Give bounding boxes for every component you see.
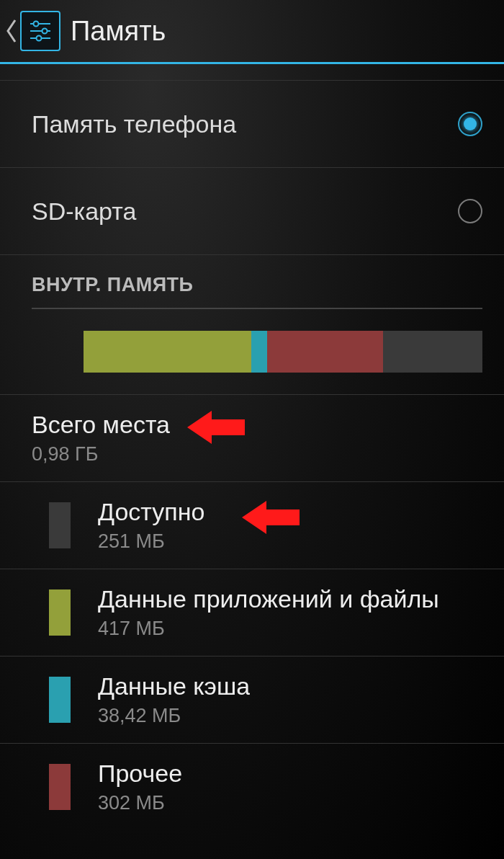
- item-subtitle: 417 МБ: [98, 618, 439, 640]
- chevron-left-icon: [6, 19, 17, 43]
- bar-segment-cache: [251, 331, 267, 373]
- item-title: Прочее: [98, 760, 182, 788]
- item-subtitle: 0,98 ГБ: [32, 443, 482, 466]
- radio-unselected: [458, 199, 482, 223]
- item-title: Данные кэша: [98, 672, 250, 700]
- bar-segment-free: [383, 331, 483, 373]
- annotation-arrow-icon: [242, 498, 300, 537]
- item-title: Данные приложений и файлы: [98, 585, 439, 613]
- color-swatch-free: [49, 502, 71, 548]
- item-title: Всего места: [32, 411, 482, 439]
- settings-icon[interactable]: [20, 11, 60, 51]
- section-header-internal: ВНУТР. ПАМЯТЬ: [0, 255, 504, 308]
- option-label: Память телефона: [32, 110, 236, 138]
- option-phone-storage[interactable]: Память телефона: [0, 81, 504, 167]
- row-total-space[interactable]: Всего места 0,98 ГБ: [0, 395, 504, 481]
- content: Память телефона SD-карта ВНУТР. ПАМЯТЬ В…: [0, 64, 504, 830]
- bar-segment-apps: [84, 331, 251, 373]
- bar-segment-other: [267, 331, 383, 373]
- svg-point-5: [37, 36, 42, 41]
- color-swatch-apps: [49, 589, 71, 636]
- truncated-row: [0, 64, 504, 80]
- svg-point-1: [34, 22, 39, 27]
- item-subtitle: 38,42 МБ: [98, 705, 250, 727]
- row-other-data[interactable]: Прочее 302 МБ: [0, 744, 504, 830]
- back-button[interactable]: [4, 17, 19, 45]
- radio-selected: [458, 112, 482, 136]
- row-available[interactable]: Доступно 251 МБ: [0, 482, 504, 569]
- item-subtitle: 302 МБ: [98, 792, 182, 814]
- option-label: SD-карта: [32, 197, 136, 226]
- row-apps-data[interactable]: Данные приложений и файлы 417 МБ: [0, 569, 504, 656]
- item-title: Доступно: [98, 498, 204, 526]
- storage-usage-bar: [84, 331, 482, 373]
- page-title: Память: [71, 16, 166, 47]
- row-cache-data[interactable]: Данные кэша 38,42 МБ: [0, 657, 504, 743]
- item-subtitle: 251 МБ: [98, 530, 204, 553]
- svg-marker-7: [242, 501, 300, 534]
- option-sd-card[interactable]: SD-карта: [0, 168, 504, 254]
- color-swatch-other: [49, 764, 71, 810]
- svg-point-3: [42, 29, 48, 34]
- app-header: Память: [0, 0, 504, 62]
- color-swatch-cache: [49, 677, 71, 723]
- section-underline: [32, 308, 482, 309]
